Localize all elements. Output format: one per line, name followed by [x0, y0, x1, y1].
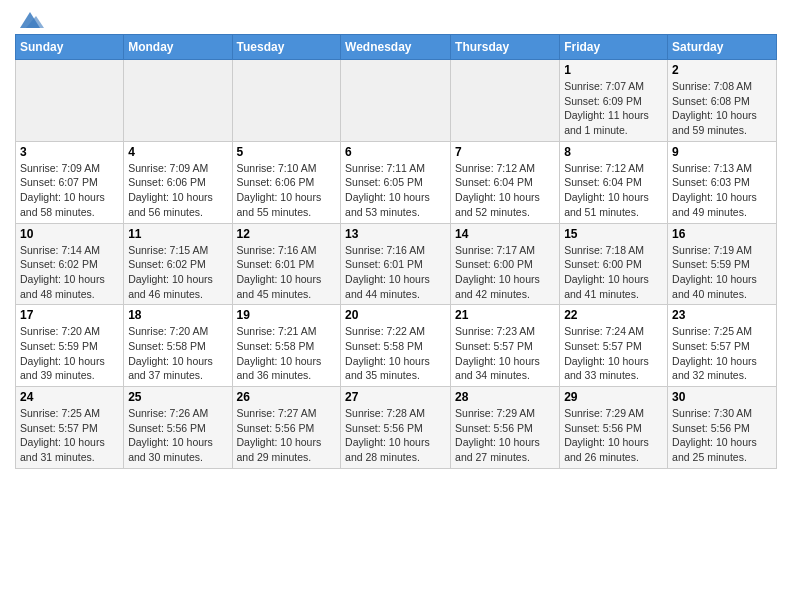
day-number: 12 [237, 227, 337, 241]
weekday-header-row: SundayMondayTuesdayWednesdayThursdayFrid… [16, 35, 777, 60]
day-info: Sunrise: 7:20 AM Sunset: 5:58 PM Dayligh… [128, 324, 227, 383]
day-number: 16 [672, 227, 772, 241]
day-number: 9 [672, 145, 772, 159]
day-number: 3 [20, 145, 119, 159]
header [15, 10, 777, 26]
day-info: Sunrise: 7:09 AM Sunset: 6:06 PM Dayligh… [128, 161, 227, 220]
day-number: 24 [20, 390, 119, 404]
day-info: Sunrise: 7:11 AM Sunset: 6:05 PM Dayligh… [345, 161, 446, 220]
day-info: Sunrise: 7:13 AM Sunset: 6:03 PM Dayligh… [672, 161, 772, 220]
day-number: 4 [128, 145, 227, 159]
day-info: Sunrise: 7:19 AM Sunset: 5:59 PM Dayligh… [672, 243, 772, 302]
day-number: 7 [455, 145, 555, 159]
day-number: 29 [564, 390, 663, 404]
day-number: 8 [564, 145, 663, 159]
day-info: Sunrise: 7:16 AM Sunset: 6:01 PM Dayligh… [237, 243, 337, 302]
calendar-cell: 10Sunrise: 7:14 AM Sunset: 6:02 PM Dayli… [16, 223, 124, 305]
day-info: Sunrise: 7:23 AM Sunset: 5:57 PM Dayligh… [455, 324, 555, 383]
calendar-cell: 30Sunrise: 7:30 AM Sunset: 5:56 PM Dayli… [668, 387, 777, 469]
calendar-cell: 29Sunrise: 7:29 AM Sunset: 5:56 PM Dayli… [560, 387, 668, 469]
day-number: 28 [455, 390, 555, 404]
day-number: 11 [128, 227, 227, 241]
day-info: Sunrise: 7:25 AM Sunset: 5:57 PM Dayligh… [20, 406, 119, 465]
calendar-cell: 14Sunrise: 7:17 AM Sunset: 6:00 PM Dayli… [451, 223, 560, 305]
day-info: Sunrise: 7:07 AM Sunset: 6:09 PM Dayligh… [564, 79, 663, 138]
day-info: Sunrise: 7:15 AM Sunset: 6:02 PM Dayligh… [128, 243, 227, 302]
calendar-cell: 19Sunrise: 7:21 AM Sunset: 5:58 PM Dayli… [232, 305, 341, 387]
day-number: 21 [455, 308, 555, 322]
day-info: Sunrise: 7:16 AM Sunset: 6:01 PM Dayligh… [345, 243, 446, 302]
day-info: Sunrise: 7:26 AM Sunset: 5:56 PM Dayligh… [128, 406, 227, 465]
calendar-cell: 6Sunrise: 7:11 AM Sunset: 6:05 PM Daylig… [341, 141, 451, 223]
day-info: Sunrise: 7:24 AM Sunset: 5:57 PM Dayligh… [564, 324, 663, 383]
day-info: Sunrise: 7:10 AM Sunset: 6:06 PM Dayligh… [237, 161, 337, 220]
calendar-cell: 8Sunrise: 7:12 AM Sunset: 6:04 PM Daylig… [560, 141, 668, 223]
day-number: 23 [672, 308, 772, 322]
calendar-cell: 26Sunrise: 7:27 AM Sunset: 5:56 PM Dayli… [232, 387, 341, 469]
calendar-cell: 16Sunrise: 7:19 AM Sunset: 5:59 PM Dayli… [668, 223, 777, 305]
day-info: Sunrise: 7:20 AM Sunset: 5:59 PM Dayligh… [20, 324, 119, 383]
week-row-4: 17Sunrise: 7:20 AM Sunset: 5:59 PM Dayli… [16, 305, 777, 387]
day-info: Sunrise: 7:28 AM Sunset: 5:56 PM Dayligh… [345, 406, 446, 465]
calendar-table: SundayMondayTuesdayWednesdayThursdayFrid… [15, 34, 777, 469]
day-info: Sunrise: 7:27 AM Sunset: 5:56 PM Dayligh… [237, 406, 337, 465]
calendar-cell: 22Sunrise: 7:24 AM Sunset: 5:57 PM Dayli… [560, 305, 668, 387]
day-number: 26 [237, 390, 337, 404]
calendar-cell [451, 60, 560, 142]
day-info: Sunrise: 7:29 AM Sunset: 5:56 PM Dayligh… [564, 406, 663, 465]
weekday-header-friday: Friday [560, 35, 668, 60]
day-info: Sunrise: 7:14 AM Sunset: 6:02 PM Dayligh… [20, 243, 119, 302]
day-number: 20 [345, 308, 446, 322]
week-row-5: 24Sunrise: 7:25 AM Sunset: 5:57 PM Dayli… [16, 387, 777, 469]
day-number: 13 [345, 227, 446, 241]
day-number: 6 [345, 145, 446, 159]
week-row-1: 1Sunrise: 7:07 AM Sunset: 6:09 PM Daylig… [16, 60, 777, 142]
calendar-cell: 20Sunrise: 7:22 AM Sunset: 5:58 PM Dayli… [341, 305, 451, 387]
weekday-header-thursday: Thursday [451, 35, 560, 60]
weekday-header-wednesday: Wednesday [341, 35, 451, 60]
day-info: Sunrise: 7:22 AM Sunset: 5:58 PM Dayligh… [345, 324, 446, 383]
calendar-cell: 17Sunrise: 7:20 AM Sunset: 5:59 PM Dayli… [16, 305, 124, 387]
day-number: 14 [455, 227, 555, 241]
calendar-cell: 1Sunrise: 7:07 AM Sunset: 6:09 PM Daylig… [560, 60, 668, 142]
day-info: Sunrise: 7:09 AM Sunset: 6:07 PM Dayligh… [20, 161, 119, 220]
calendar-cell: 18Sunrise: 7:20 AM Sunset: 5:58 PM Dayli… [124, 305, 232, 387]
calendar-cell: 4Sunrise: 7:09 AM Sunset: 6:06 PM Daylig… [124, 141, 232, 223]
calendar-cell: 24Sunrise: 7:25 AM Sunset: 5:57 PM Dayli… [16, 387, 124, 469]
day-info: Sunrise: 7:12 AM Sunset: 6:04 PM Dayligh… [455, 161, 555, 220]
day-number: 5 [237, 145, 337, 159]
weekday-header-monday: Monday [124, 35, 232, 60]
calendar-cell: 11Sunrise: 7:15 AM Sunset: 6:02 PM Dayli… [124, 223, 232, 305]
day-info: Sunrise: 7:25 AM Sunset: 5:57 PM Dayligh… [672, 324, 772, 383]
weekday-header-sunday: Sunday [16, 35, 124, 60]
calendar-cell: 25Sunrise: 7:26 AM Sunset: 5:56 PM Dayli… [124, 387, 232, 469]
day-info: Sunrise: 7:21 AM Sunset: 5:58 PM Dayligh… [237, 324, 337, 383]
day-info: Sunrise: 7:17 AM Sunset: 6:00 PM Dayligh… [455, 243, 555, 302]
calendar-cell: 28Sunrise: 7:29 AM Sunset: 5:56 PM Dayli… [451, 387, 560, 469]
logo-icon [16, 10, 44, 32]
calendar-cell: 9Sunrise: 7:13 AM Sunset: 6:03 PM Daylig… [668, 141, 777, 223]
calendar-cell: 21Sunrise: 7:23 AM Sunset: 5:57 PM Dayli… [451, 305, 560, 387]
logo [15, 10, 44, 26]
calendar-cell: 3Sunrise: 7:09 AM Sunset: 6:07 PM Daylig… [16, 141, 124, 223]
day-number: 19 [237, 308, 337, 322]
day-info: Sunrise: 7:08 AM Sunset: 6:08 PM Dayligh… [672, 79, 772, 138]
calendar-cell: 7Sunrise: 7:12 AM Sunset: 6:04 PM Daylig… [451, 141, 560, 223]
day-number: 25 [128, 390, 227, 404]
day-number: 27 [345, 390, 446, 404]
day-number: 10 [20, 227, 119, 241]
calendar-cell: 5Sunrise: 7:10 AM Sunset: 6:06 PM Daylig… [232, 141, 341, 223]
day-info: Sunrise: 7:18 AM Sunset: 6:00 PM Dayligh… [564, 243, 663, 302]
day-number: 2 [672, 63, 772, 77]
week-row-2: 3Sunrise: 7:09 AM Sunset: 6:07 PM Daylig… [16, 141, 777, 223]
day-info: Sunrise: 7:12 AM Sunset: 6:04 PM Dayligh… [564, 161, 663, 220]
calendar-cell: 15Sunrise: 7:18 AM Sunset: 6:00 PM Dayli… [560, 223, 668, 305]
day-number: 1 [564, 63, 663, 77]
week-row-3: 10Sunrise: 7:14 AM Sunset: 6:02 PM Dayli… [16, 223, 777, 305]
day-number: 22 [564, 308, 663, 322]
day-info: Sunrise: 7:30 AM Sunset: 5:56 PM Dayligh… [672, 406, 772, 465]
calendar-cell [16, 60, 124, 142]
main-container: SundayMondayTuesdayWednesdayThursdayFrid… [0, 0, 792, 479]
day-info: Sunrise: 7:29 AM Sunset: 5:56 PM Dayligh… [455, 406, 555, 465]
calendar-cell: 2Sunrise: 7:08 AM Sunset: 6:08 PM Daylig… [668, 60, 777, 142]
